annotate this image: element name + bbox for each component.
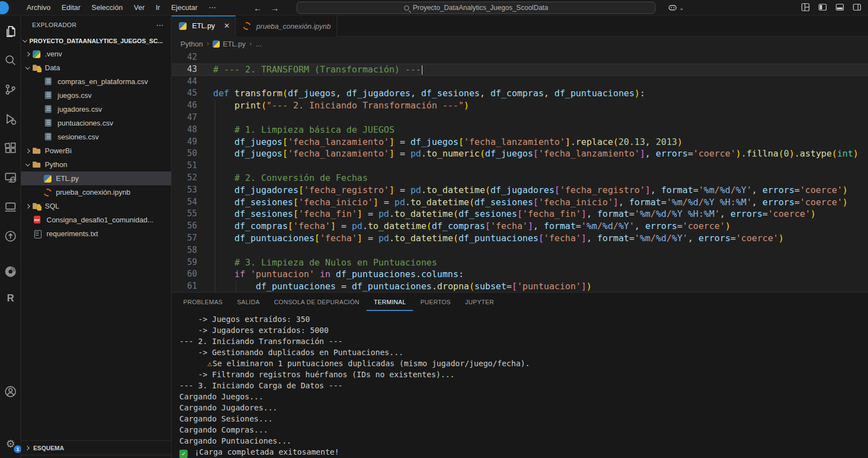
menu-item-ver[interactable]: Ver bbox=[128, 0, 151, 15]
r-language-icon[interactable]: R bbox=[4, 291, 17, 304]
copilot-button[interactable]: ⌄ bbox=[668, 2, 684, 13]
accounts-icon[interactable] bbox=[4, 385, 17, 398]
project-root-folder[interactable]: PROYECTO_DATAANALYTICS_JUEGOS_SC... bbox=[21, 34, 171, 47]
search-icon[interactable] bbox=[4, 54, 17, 67]
tree-item--venv[interactable]: .venv bbox=[21, 47, 171, 61]
tree-item-etl-py[interactable]: ETL.py bbox=[21, 171, 171, 185]
menu-item-archivo[interactable]: Archivo bbox=[21, 0, 56, 15]
toggle-sidebar-icon[interactable] bbox=[818, 3, 827, 12]
menu-item-seleccin[interactable]: Selección bbox=[86, 0, 128, 15]
customize-layout-icon[interactable] bbox=[801, 3, 810, 12]
jupyter-icon bbox=[242, 21, 252, 32]
bottom-panel: PROBLEMASSALIDACONSOLA DE DEPURACIÓNTERM… bbox=[172, 292, 868, 458]
line-number: 48 bbox=[172, 124, 197, 136]
indent-guide bbox=[236, 281, 236, 292]
breadcrumb-item-etl-py[interactable]: ETL.py bbox=[213, 40, 245, 48]
breadcrumb-item--[interactable]: ... bbox=[256, 40, 262, 48]
svg-text:R: R bbox=[7, 293, 14, 304]
chevron-down-icon bbox=[23, 38, 27, 42]
tree-item-puntuaciones-csv[interactable]: puntuaciones.csv bbox=[21, 116, 171, 130]
settings-icon[interactable]: ⚙1 bbox=[4, 438, 17, 451]
tab-etl-py[interactable]: ETL.py✕ bbox=[172, 15, 236, 37]
code-line: 60 if 'puntuacion' in df_puntuaciones.co… bbox=[172, 268, 868, 280]
indent-guide bbox=[215, 100, 215, 292]
terminal-line: Cargando Compras... bbox=[179, 424, 868, 435]
tree-item-python[interactable]: Python bbox=[21, 158, 171, 171]
csv-file-icon bbox=[44, 77, 53, 86]
code-text: if 'puntuacion' in df_puntuaciones.colum… bbox=[197, 268, 464, 280]
browser-tool-icon[interactable] bbox=[4, 265, 17, 278]
remote-explorer-icon[interactable] bbox=[4, 171, 17, 184]
code-line: 47 bbox=[172, 112, 868, 124]
tree-item-prueba-conexi-n-ipynb[interactable]: prueba_conexión.ipynb bbox=[21, 185, 171, 199]
vscode-logo-icon bbox=[0, 1, 9, 14]
terminal-output[interactable]: -> Juegos extraídos: 350 -> Jugadores ex… bbox=[172, 311, 868, 457]
tree-item-consigna-desafio1-comunidad-[interactable]: Consigna_desafio1_comunidad... bbox=[21, 213, 171, 227]
menu-item-ejecutar[interactable]: Ejecutar bbox=[166, 0, 203, 15]
code-editor[interactable]: 4243# --- 2. TRANSFORM (Transformación) … bbox=[172, 51, 868, 292]
code-text: df_puntuaciones = df_puntuaciones.dropna… bbox=[197, 280, 592, 292]
chevron-right-icon bbox=[23, 149, 32, 153]
line-number: 55 bbox=[172, 208, 197, 220]
code-line: 46 print("--- 2. Iniciando Transformació… bbox=[172, 100, 868, 112]
line-number: 49 bbox=[172, 136, 197, 148]
tree-item-juegos-csv[interactable]: juegos.csv bbox=[21, 89, 171, 102]
toggle-panel-icon[interactable] bbox=[835, 3, 844, 12]
txt-file-icon bbox=[33, 230, 42, 238]
sidebar-more-actions-icon[interactable]: ⋯ bbox=[156, 20, 164, 29]
folder-database-file-icon bbox=[32, 202, 41, 211]
menu-item-editar[interactable]: Editar bbox=[56, 0, 86, 15]
editor-group: ETL.py✕prueba_conexión.ipynb Python›ETL.… bbox=[172, 15, 868, 458]
tree-item-sesiones-csv[interactable]: sesiones.csv bbox=[21, 130, 171, 144]
copilot-icon bbox=[668, 3, 678, 12]
panel-tab-puertos[interactable]: PUERTOS bbox=[413, 293, 458, 311]
sidebar-title: EXPLORADOR bbox=[32, 22, 76, 28]
breadcrumb[interactable]: Python›ETL.py›... bbox=[172, 37, 868, 51]
line-number: 60 bbox=[172, 268, 197, 280]
tree-item-requeriments-txt[interactable]: requeriments.txt bbox=[21, 227, 171, 241]
tree-item-data[interactable]: Data bbox=[21, 61, 171, 75]
code-text: df_compras['fecha'] = pd.to_datetime(df_… bbox=[197, 220, 731, 232]
tree-item-label: prueba_conexión.ipynb bbox=[56, 188, 130, 196]
explorer-sidebar: EXPLORADOR ⋯ PROYECTO_DATAANALYTICS_JUEG… bbox=[21, 15, 172, 458]
breadcrumb-label: ETL.py bbox=[223, 40, 245, 48]
live-preview-icon[interactable] bbox=[4, 200, 17, 214]
toggle-secondary-sidebar-icon[interactable] bbox=[852, 3, 861, 12]
command-center-search[interactable]: Proyecto_DataAnalytics_Juegos_ScoolData bbox=[297, 2, 655, 14]
panel-tab-consola-de-depuraci-n[interactable]: CONSOLA DE DEPURACIÓN bbox=[267, 293, 366, 311]
breadcrumb-item-python[interactable]: Python bbox=[180, 40, 203, 48]
live-share-icon[interactable] bbox=[4, 230, 17, 243]
tab-prueba-conexi-n-ipynb[interactable]: prueba_conexión.ipynb bbox=[236, 15, 337, 37]
tree-item-label: Consigna_desafio1_comunidad... bbox=[46, 216, 153, 224]
run-debug-icon[interactable] bbox=[4, 112, 17, 126]
nav-back-icon[interactable]: ← bbox=[254, 3, 262, 13]
line-number: 50 bbox=[172, 148, 197, 160]
explorer-icon[interactable] bbox=[4, 25, 17, 38]
outline-section[interactable]: ESQUEMA bbox=[21, 440, 171, 455]
tree-item-powerbi[interactable]: PowerBi bbox=[21, 144, 171, 158]
tree-item-jugadores-csv[interactable]: jugadores.csv bbox=[21, 102, 171, 116]
line-number: 52 bbox=[172, 172, 197, 184]
panel-tab-problemas[interactable]: PROBLEMAS bbox=[176, 293, 230, 311]
code-text: df_sesiones['fecha_inicio'] = pd.to_date… bbox=[197, 196, 848, 209]
nav-forward-icon[interactable]: → bbox=[271, 3, 279, 13]
panel-tab-terminal[interactable]: TERMINAL bbox=[366, 293, 413, 311]
code-line: 50 df_juegos['fecha_lanzamiento'] = pd.t… bbox=[172, 148, 868, 160]
tree-item-label: requeriments.txt bbox=[46, 230, 98, 238]
extensions-icon[interactable] bbox=[4, 142, 17, 155]
panel-tab-salida[interactable]: SALIDA bbox=[230, 293, 267, 311]
code-text: # --- 2. TRANSFORM (Transformación) --- bbox=[197, 64, 422, 76]
chevron-down-icon: ⌄ bbox=[679, 5, 684, 11]
code-text: # 1. Limpieza básica de JUEGOS bbox=[197, 124, 395, 136]
code-text bbox=[197, 112, 213, 124]
menu-item-[interactable]: ⋯ bbox=[203, 0, 221, 15]
tree-item-sql[interactable]: SQL bbox=[21, 199, 171, 213]
panel-tab-jupyter[interactable]: JUPYTER bbox=[458, 293, 501, 311]
menu-item-ir[interactable]: Ir bbox=[150, 0, 166, 15]
source-control-icon[interactable] bbox=[4, 83, 17, 96]
close-icon[interactable]: ✕ bbox=[224, 22, 230, 30]
line-number: 45 bbox=[172, 87, 197, 100]
tree-item-compras-en-plataforma-csv[interactable]: compras_en_plataforma.csv bbox=[21, 75, 171, 89]
code-text: df_juegos['fecha_lanzamiento'] = pd.to_n… bbox=[197, 148, 859, 160]
database-badge-icon bbox=[37, 67, 42, 72]
